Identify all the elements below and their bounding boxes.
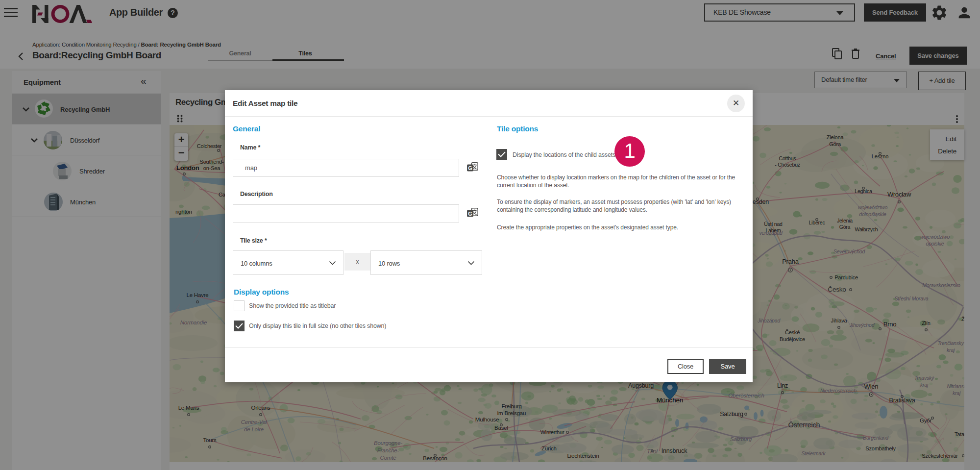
svg-text:G: G <box>468 165 472 171</box>
svg-text:G: G <box>468 211 472 217</box>
